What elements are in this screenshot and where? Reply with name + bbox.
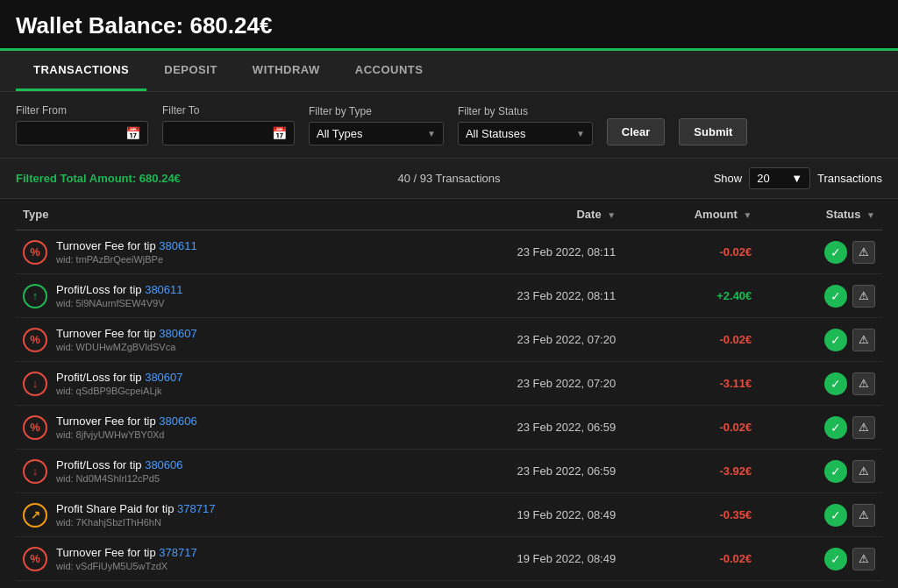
date-cell: 23 Feb 2022, 07:20: [408, 362, 623, 406]
show-count-select[interactable]: 20 50 100: [757, 172, 788, 185]
status-icons: ✓ ⚠: [766, 460, 875, 483]
filter-from-group: Filter From 📅: [16, 104, 148, 145]
type-wid: wid: WDUHwMZgBVldSVca: [56, 342, 197, 352]
status-icons: ✓ ⚠: [766, 548, 875, 570]
status-select-arrow-icon: ▼: [576, 129, 585, 138]
summary-total: Filtered Total Amount: 680.24€: [16, 172, 304, 185]
summary-bar: Filtered Total Amount: 680.24€ 40 / 93 T…: [0, 159, 898, 199]
type-text: Turnover Fee for tip 380611 wid: tmPAzBr…: [56, 239, 197, 265]
status-sort-icon[interactable]: ▼: [866, 210, 875, 220]
calendar-from-icon[interactable]: 📅: [125, 126, 140, 140]
date-cell: 23 Feb 2022, 06:59: [408, 406, 623, 450]
nav-tab-deposit[interactable]: DEPOSIT: [146, 51, 235, 91]
table-row: ↑ Profit/Loss for tip 380611 wid: 5l9NAu…: [16, 274, 882, 318]
warning-button[interactable]: ⚠: [852, 504, 875, 527]
type-link[interactable]: 378717: [159, 546, 196, 559]
filter-status-group: Filter by Status All Statuses ▼: [458, 105, 593, 145]
amount-cell: -0.02€: [623, 230, 759, 274]
type-cell: ↓ Profit/Loss for tip 380606 wid: Nd0M4S…: [16, 450, 408, 492]
table-row: ↗ Profit Share Paid for tip 378717 wid: …: [16, 493, 882, 537]
filter-from-input[interactable]: [24, 127, 120, 140]
date-sort-icon[interactable]: ▼: [607, 210, 616, 220]
date-cell: 23 Feb 2022, 08:11: [408, 230, 623, 274]
type-wid: wid: tmPAzBrQeeiWjBPe: [56, 254, 197, 265]
amount-sort-icon[interactable]: ▼: [743, 210, 752, 220]
status-icons: ✓ ⚠: [766, 241, 875, 264]
show-select-wrap: 20 50 100 ▼: [749, 167, 810, 189]
nav-tabs: TRANSACTIONSDEPOSITWITHDRAWACCOUNTS: [0, 51, 898, 92]
filter-type-select[interactable]: All Types: [317, 127, 422, 140]
status-cell: ✓ ⚠: [759, 581, 882, 589]
summary-total-label: Filtered Total Amount:: [16, 172, 136, 185]
type-link[interactable]: 380607: [145, 371, 182, 384]
down-arrow-icon: ↓: [23, 372, 47, 396]
type-cell: % Turnover Fee for tip 380606 wid: 8jfvj…: [16, 406, 408, 449]
warning-button[interactable]: ⚠: [852, 460, 875, 483]
summary-show: Show 20 50 100 ▼ Transactions: [594, 167, 882, 189]
type-link[interactable]: 380606: [159, 414, 196, 428]
table-row: % Turnover Fee for tip 378717 wid: vSdFi…: [16, 537, 882, 581]
date-cell: 23 Feb 2022, 07:20: [408, 318, 623, 362]
check-status-icon: ✓: [824, 416, 847, 439]
filter-type-label: Filter by Type: [309, 105, 444, 117]
summary-count: 40 / 93 Transactions: [304, 172, 593, 185]
table-container: Type Date ▼ Amount ▼ Status ▼ % Turnover…: [0, 199, 898, 588]
status-icons: ✓ ⚠: [766, 329, 875, 351]
date-cell: 19 Feb 2022, 08:49: [408, 493, 623, 537]
check-status-icon: ✓: [824, 504, 847, 527]
warning-button[interactable]: ⚠: [852, 329, 875, 351]
filter-to-input[interactable]: [170, 127, 267, 140]
show-label: Show: [714, 172, 743, 185]
submit-button[interactable]: Submit: [679, 118, 747, 145]
amount-cell: -0.02€: [623, 537, 759, 581]
amount-cell: -3.11€: [623, 362, 759, 406]
type-cell: % Turnover Fee for tip 380607 wid: WDUHw…: [16, 318, 408, 361]
percent-icon: %: [23, 547, 47, 571]
calendar-to-icon[interactable]: 📅: [272, 126, 287, 140]
filter-type-group: Filter by Type All Types ▼: [309, 105, 444, 145]
filter-status-select[interactable]: All Statuses: [466, 127, 571, 140]
type-cell: ↑ Profit/Loss for tip 378717 wid: U5DGJz…: [16, 581, 408, 588]
filter-to-group: Filter To 📅: [162, 104, 295, 145]
status-icons: ✓ ⚠: [766, 285, 875, 308]
type-wid: wid: 8jfvjyUWHwYBY0Xd: [56, 429, 197, 440]
date-cell: 19 Feb 2022, 08:49: [408, 581, 623, 589]
table-row: ↓ Profit/Loss for tip 380607 wid: qSdBP9…: [16, 362, 882, 406]
col-amount: Amount ▼: [623, 199, 759, 230]
percent-icon: %: [23, 415, 47, 440]
type-link[interactable]: 378717: [177, 502, 215, 515]
table-row: % Turnover Fee for tip 380607 wid: WDUHw…: [16, 318, 882, 362]
filter-status-label: Filter by Status: [458, 105, 593, 117]
clear-button[interactable]: Clear: [607, 118, 666, 145]
table-row: ↓ Profit/Loss for tip 380606 wid: Nd0M4S…: [16, 450, 882, 493]
date-cell: 23 Feb 2022, 08:11: [408, 274, 623, 318]
status-cell: ✓ ⚠: [759, 230, 882, 274]
nav-tab-withdraw[interactable]: WITHDRAW: [235, 51, 338, 91]
type-link[interactable]: 380607: [159, 327, 196, 340]
type-link[interactable]: 380611: [145, 283, 182, 296]
nav-tab-accounts[interactable]: ACCOUNTS: [338, 51, 441, 91]
type-text: Turnover Fee for tip 380607 wid: WDUHwMZ…: [56, 327, 197, 352]
type-name: Profit Share Paid for tip 378717: [56, 502, 215, 515]
warning-button[interactable]: ⚠: [852, 548, 875, 570]
type-text: Profit Share Paid for tip 378717 wid: 7K…: [56, 502, 215, 528]
wallet-balance-title: Wallet Balance: 680.24€: [16, 12, 882, 39]
filter-to-label: Filter To: [162, 104, 295, 117]
check-status-icon: ✓: [824, 329, 847, 351]
type-link[interactable]: 380611: [159, 239, 196, 252]
amount-cell: +3.51€: [623, 581, 759, 589]
warning-button[interactable]: ⚠: [852, 285, 875, 308]
warning-button[interactable]: ⚠: [852, 241, 875, 264]
warning-button[interactable]: ⚠: [852, 416, 875, 439]
type-wid: wid: 7KhahjSbzIThH6hN: [56, 517, 215, 528]
check-status-icon: ✓: [824, 548, 847, 570]
status-cell: ✓ ⚠: [759, 493, 882, 537]
warning-button[interactable]: ⚠: [852, 372, 875, 395]
col-status: Status ▼: [759, 199, 882, 230]
type-cell: ↓ Profit/Loss for tip 380607 wid: qSdBP9…: [16, 362, 408, 405]
type-text: Profit/Loss for tip 380606 wid: Nd0M4ShI…: [56, 458, 183, 484]
nav-tab-transactions[interactable]: TRANSACTIONS: [16, 51, 146, 91]
type-wid: wid: qSdBP9BGcpeiALjk: [56, 386, 183, 396]
type-link[interactable]: 380606: [145, 458, 182, 471]
share-chart-icon: ↗: [23, 503, 47, 528]
